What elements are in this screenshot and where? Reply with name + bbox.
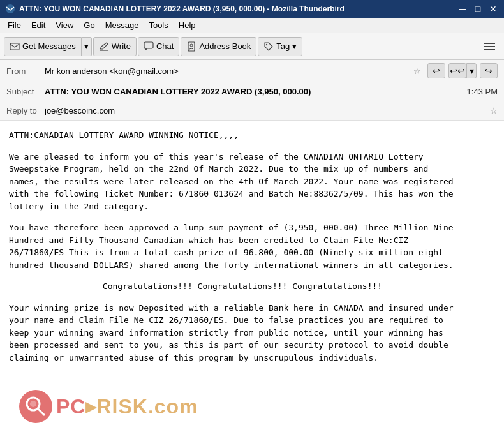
menu-edit[interactable]: Edit <box>26 19 50 31</box>
replyto-row: Reply to joe@bescoinc.com ☆ <box>0 101 504 121</box>
email-header: From Mr kon anderson <kon@gmail.com> ☆ ↩… <box>0 60 504 121</box>
menu-tools[interactable]: Tools <box>144 19 173 31</box>
address-book-label: Address Book <box>199 41 251 51</box>
menu-view[interactable]: View <box>50 19 78 31</box>
maximize-button[interactable]: □ <box>472 3 484 15</box>
chat-icon <box>144 41 154 52</box>
svg-point-5 <box>190 44 193 47</box>
hamburger-line-3 <box>484 49 495 50</box>
replyto-value: joe@bescoinc.com <box>45 106 486 115</box>
get-messages-dropdown[interactable]: ▾ <box>82 37 92 56</box>
chat-button[interactable]: Chat <box>138 37 179 56</box>
menu-help[interactable]: Help <box>174 19 201 31</box>
tag-button[interactable]: Tag ▾ <box>258 37 302 56</box>
reply-back-button[interactable]: ↩ <box>427 63 445 78</box>
hamburger-line-1 <box>484 43 495 44</box>
reply-button[interactable]: ↩↩ <box>448 63 466 78</box>
tag-dropdown-arrow: ▾ <box>292 41 297 51</box>
chat-label: Chat <box>156 41 174 51</box>
close-button[interactable]: ✕ <box>487 3 499 15</box>
email-body: ATTN:CANADIAN LOTTERY AWARD WINNING NOTI… <box>0 121 472 380</box>
reply-dropdown[interactable]: ▾ <box>466 63 477 78</box>
svg-point-0 <box>6 4 15 13</box>
hamburger-line-2 <box>484 46 495 47</box>
replyto-star-icon[interactable]: ☆ <box>490 106 498 115</box>
get-messages-group: Get Messages ▾ <box>4 37 92 56</box>
email-paragraph-2: We are pleased to inform you of this yea… <box>9 151 463 213</box>
svg-line-8 <box>38 408 45 415</box>
forward-button[interactable]: ↪ <box>480 63 498 78</box>
email-body-wrapper[interactable]: ATTN:CANADIAN LOTTERY AWARD WINNING NOTI… <box>0 121 504 439</box>
subject-value: ATTN: YOU WON CANADIAN LOTTERY 2022 AWAR… <box>45 87 461 96</box>
get-messages-icon <box>10 41 20 52</box>
app-icon <box>5 4 15 14</box>
get-messages-button[interactable]: Get Messages <box>4 37 82 56</box>
replyto-label: Reply to <box>6 106 45 115</box>
address-book-icon <box>186 41 196 52</box>
svg-point-7 <box>27 398 40 410</box>
svg-point-9 <box>30 401 36 407</box>
menu-go[interactable]: Go <box>78 19 100 31</box>
email-paragraph-3: You have therefore been approved a lump … <box>9 221 463 271</box>
email-paragraph-5: Your winning prize is now Deposited with… <box>9 302 463 364</box>
address-book-button[interactable]: Address Book <box>181 37 256 56</box>
window-title: ATTN: YOU WON CANADIAN LOTTERY 2022 AWAR… <box>19 4 457 13</box>
watermark-text: PC▸RISK.com <box>56 394 198 419</box>
from-label: From <box>6 66 45 76</box>
from-star-icon[interactable]: ☆ <box>413 66 421 76</box>
hamburger-menu-button[interactable] <box>478 39 500 54</box>
minimize-button[interactable]: ─ <box>457 3 468 15</box>
write-label: Write <box>112 41 131 51</box>
write-button[interactable]: Write <box>93 37 137 56</box>
email-paragraph-4: Congratulations!!! Congratulations!!! Co… <box>9 280 463 293</box>
subject-label: Subject <box>6 87 45 96</box>
email-timestamp: 1:43 PM <box>467 87 498 96</box>
write-icon <box>99 41 109 52</box>
get-messages-label: Get Messages <box>22 41 76 51</box>
reply-actions: ↩ ↩↩ ▾ ↪ <box>427 63 498 78</box>
watermark: PC▸RISK.com <box>19 390 198 423</box>
menu-file[interactable]: File <box>3 19 26 31</box>
from-row: From Mr kon anderson <kon@gmail.com> ☆ ↩… <box>0 60 504 82</box>
window-controls: ─ □ ✕ <box>457 3 499 15</box>
tag-icon <box>263 41 274 52</box>
watermark-magnify-icon <box>23 394 48 419</box>
menu-message[interactable]: Message <box>100 19 144 31</box>
title-bar: ATTN: YOU WON CANADIAN LOTTERY 2022 AWAR… <box>0 0 504 18</box>
from-value: Mr kon anderson <kon@gmail.com> <box>45 66 410 76</box>
tag-label: Tag <box>276 41 290 51</box>
svg-rect-1 <box>10 43 19 50</box>
email-paragraph-1: ATTN:CANADIAN LOTTERY AWARD WINNING NOTI… <box>9 129 463 142</box>
reply-back-group: ↩ <box>427 63 445 78</box>
subject-row: Subject ATTN: YOU WON CANADIAN LOTTERY 2… <box>0 82 504 101</box>
menu-bar: File Edit View Go Message Tools Help <box>0 18 504 33</box>
toolbar: Get Messages ▾ Write Chat Address Book T… <box>0 33 504 60</box>
svg-point-6 <box>266 43 267 45</box>
svg-rect-3 <box>144 42 153 48</box>
watermark-circle <box>19 390 52 423</box>
reply-group: ↩↩ ▾ <box>448 63 477 78</box>
